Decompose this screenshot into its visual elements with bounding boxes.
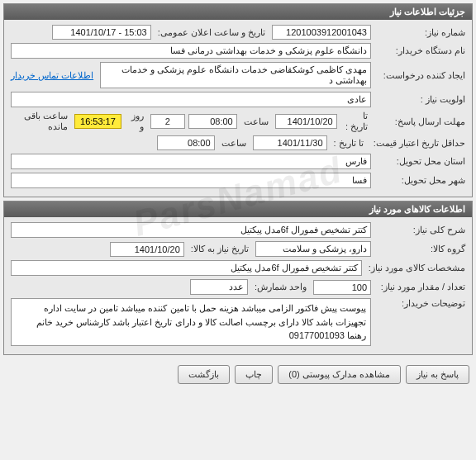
- unit-field: عدد: [190, 279, 248, 295]
- need-date-label: تاریخ نیاز به کالا:: [188, 244, 252, 254]
- priority-field: عادی: [11, 92, 371, 107]
- city-field: فسا: [11, 173, 371, 188]
- unit-label: واحد شمارش:: [251, 282, 310, 292]
- back-button[interactable]: بازگشت: [178, 365, 230, 384]
- print-button[interactable]: چاپ: [235, 365, 273, 384]
- city-label: شهر محل تحویل:: [374, 175, 465, 186]
- time-label-1: ساعت: [240, 116, 272, 127]
- deadline-label: مهلت ارسال پاسخ:: [374, 116, 465, 127]
- group-field: دارو، پزشکی و سلامت: [255, 241, 371, 257]
- need-details-panel: جزئیات اطلاعات نیاز شماره نیاز: 12010039…: [3, 3, 473, 197]
- remaining-text: ساعت باقی مانده: [11, 111, 71, 132]
- time-remaining-field: 16:53:17: [74, 114, 121, 129]
- spec-field: کتتر تشخیص فمورال 6fمدل پیکتیل: [11, 260, 362, 276]
- goods-info-header: اطلاعات کالاهای مورد نیاز: [4, 202, 472, 217]
- need-date-field: 1401/10/20: [110, 242, 184, 257]
- qty-field: 100: [313, 280, 371, 295]
- notes-label: توضیحات خریدار:: [374, 298, 465, 309]
- group-label: گروه کالا:: [374, 244, 465, 254]
- reply-button[interactable]: پاسخ به نیاز: [406, 365, 469, 384]
- general-desc-field: کتتر تشخیص فمورال 6fمدل پیکتیل: [11, 222, 371, 238]
- spec-label: مشخصات کالای مورد نیاز:: [365, 263, 465, 273]
- attachments-button[interactable]: مشاهده مدارک پیوستی (0): [278, 365, 401, 384]
- to-date-label: تا تاریخ :: [340, 111, 371, 132]
- need-details-header: جزئیات اطلاعات نیاز: [4, 4, 472, 20]
- to-date-label-2: تا تاریخ :: [331, 138, 367, 149]
- buyer-org-field: دانشگاه علوم پزشکی و خدمات بهداشتی درمان…: [11, 43, 371, 59]
- announce-label: تاریخ و ساعت اعلان عمومی:: [155, 27, 269, 38]
- general-desc-label: شرح کلی نیاز:: [374, 225, 465, 235]
- province-label: استان محل تحویل:: [374, 156, 465, 167]
- days-remaining-field: 2: [150, 114, 185, 129]
- notes-field: پیوست پیش فاکتور الزامی میباشد هزینه حمل…: [11, 298, 371, 346]
- creator-label: ایجاد کننده درخواست:: [374, 70, 465, 81]
- time-label-2: ساعت: [218, 138, 250, 149]
- province-field: فارس: [11, 154, 371, 169]
- deadline-date-field: 1401/10/20: [275, 114, 337, 129]
- goods-info-panel: اطلاعات کالاهای مورد نیاز شرح کلی نیاز: …: [3, 201, 473, 355]
- qty-label: تعداد / مقدار مورد نیاز:: [374, 282, 465, 292]
- announce-field: 15:03 - 1401/10/17: [52, 25, 151, 40]
- buyer-org-label: نام دستگاه خریدار:: [374, 45, 465, 56]
- action-bar: پاسخ به نیاز مشاهده مدارک پیوستی (0) چاپ…: [0, 358, 476, 391]
- validity-time-field: 08:00: [157, 135, 215, 150]
- need-number-label: شماره نیاز:: [374, 27, 465, 38]
- creator-field: مهدی کاظمی کوشکقاضی خدمات دانشگاه علوم پ…: [100, 62, 371, 88]
- priority-label: اولویت نیاز :: [374, 94, 465, 105]
- validity-date-field: 1401/11/30: [253, 135, 327, 150]
- need-number-field: 1201003912001043: [272, 25, 371, 40]
- validity-label: حداقل تاریخ اعتبار قیمت:: [370, 137, 465, 149]
- days-text: روز و: [125, 111, 147, 132]
- deadline-time-field: 08:00: [188, 114, 237, 129]
- contact-link[interactable]: اطلاعات تماس خریدار: [11, 70, 97, 81]
